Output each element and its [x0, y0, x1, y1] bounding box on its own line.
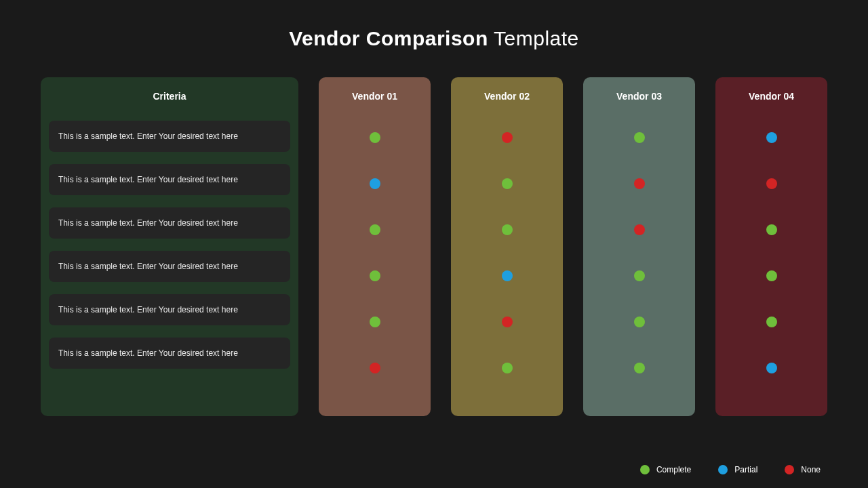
vendor-panel-3: Vendor 03: [583, 77, 695, 416]
status-column: [459, 121, 555, 385]
vendor-header: Vendor 03: [616, 91, 662, 104]
legend-none: None: [785, 465, 821, 474]
status-dot: [634, 270, 645, 281]
status-dot: [634, 224, 645, 235]
criteria-panel: Criteria This is a sample text. Enter Yo…: [41, 77, 298, 416]
status-cell: [634, 259, 645, 293]
status-dot: [370, 317, 380, 327]
status-cell: [634, 121, 645, 155]
status-cell: [766, 121, 777, 155]
status-dot: [634, 132, 645, 143]
status-dot: [502, 270, 513, 281]
columns: Criteria This is a sample text. Enter Yo…: [41, 77, 827, 451]
status-cell: [634, 351, 645, 385]
status-dot: [370, 224, 380, 235]
status-cell: [370, 121, 380, 155]
status-cell: [502, 121, 513, 155]
legend-complete: Complete: [640, 465, 691, 474]
status-cell: [370, 351, 380, 385]
status-dot: [634, 317, 645, 327]
vendor-panel-2: Vendor 02: [451, 77, 563, 416]
legend-label: Complete: [656, 465, 691, 474]
slide: Vendor Comparison Template Criteria This…: [0, 0, 868, 488]
status-cell: [634, 167, 645, 201]
status-cell: [370, 259, 380, 293]
vendor-header: Vendor 04: [749, 91, 794, 104]
status-cell: [766, 305, 777, 339]
status-cell: [502, 305, 513, 339]
criteria-list: This is a sample text. Enter Your desire…: [49, 121, 290, 369]
criteria-item: This is a sample text. Enter Your desire…: [49, 207, 290, 239]
status-cell: [766, 351, 777, 385]
status-cell: [766, 167, 777, 201]
status-dot: [766, 317, 777, 327]
status-dot: [766, 363, 777, 373]
legend-partial: Partial: [718, 465, 757, 474]
legend-dot-complete: [640, 465, 650, 474]
criteria-header: Criteria: [49, 91, 290, 104]
status-dot: [766, 224, 777, 235]
status-cell: [634, 213, 645, 247]
criteria-item: This is a sample text. Enter Your desire…: [49, 164, 290, 195]
status-dot: [634, 363, 645, 373]
status-dot: [766, 132, 777, 143]
legend-dot-none: [785, 465, 794, 474]
legend-dot-partial: [718, 465, 728, 474]
status-dot: [634, 178, 645, 189]
status-cell: [502, 351, 513, 385]
status-cell: [502, 167, 513, 201]
status-cell: [766, 213, 777, 247]
criteria-item: This is a sample text. Enter Your desire…: [49, 338, 290, 369]
vendor-header: Vendor 01: [352, 91, 397, 104]
legend-label: Partial: [734, 465, 757, 474]
criteria-item: This is a sample text. Enter Your desire…: [49, 294, 290, 325]
status-column: [591, 121, 687, 385]
status-dot: [766, 178, 777, 189]
status-cell: [370, 305, 380, 339]
status-cell: [370, 213, 380, 247]
status-dot: [370, 270, 380, 281]
status-column: [327, 121, 422, 385]
status-cell: [766, 259, 777, 293]
status-cell: [370, 167, 380, 201]
status-dot: [502, 132, 513, 143]
vendor-header: Vendor 02: [484, 91, 530, 104]
criteria-item: This is a sample text. Enter Your desire…: [49, 121, 290, 152]
status-dot: [370, 363, 380, 373]
status-dot: [370, 132, 380, 143]
legend-label: None: [801, 465, 821, 474]
status-dot: [502, 363, 513, 373]
title-bold: Vendor Comparison: [289, 27, 488, 49]
status-dot: [370, 178, 380, 189]
status-column: [724, 121, 819, 385]
status-dot: [502, 317, 513, 327]
slide-title: Vendor Comparison Template: [41, 27, 827, 50]
status-cell: [502, 213, 513, 247]
status-cell: [634, 305, 645, 339]
title-rest: Template: [494, 27, 579, 49]
status-cell: [502, 259, 513, 293]
status-dot: [502, 178, 513, 189]
legend: Complete Partial None: [41, 465, 827, 474]
status-dot: [766, 270, 777, 281]
vendor-panel-1: Vendor 01: [319, 77, 431, 416]
criteria-item: This is a sample text. Enter Your desire…: [49, 251, 290, 282]
vendor-panel-4: Vendor 04: [715, 77, 827, 416]
status-dot: [502, 224, 513, 235]
